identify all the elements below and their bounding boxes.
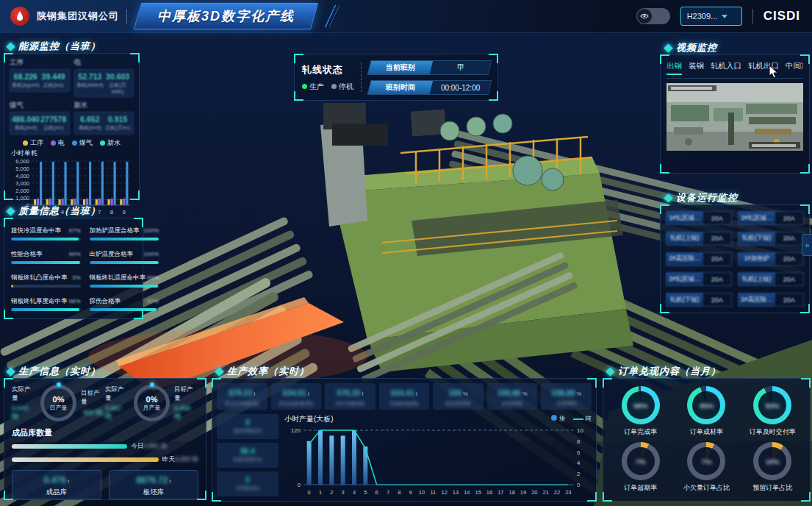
svg-text:8: 8 (398, 489, 400, 496)
efficiency-panel: 579.23t班次计划量(吨) 634.61t班次实际量(吨) 576.20t日… (212, 378, 597, 502)
donut-chart: 98% (622, 386, 660, 424)
production-panel-title: 生产信息（实时） (7, 365, 101, 378)
video-tabs: 出钢 装钢 轧机入口 轧机出口 中间冷 电动辊 (667, 61, 803, 79)
donut-cell: 7%小欠量订单占比 (683, 442, 730, 493)
svg-text:20: 20 (531, 489, 537, 496)
energy-monitor-panel: 工序 68.226单耗(kgce/t) 39.449总耗(tce) 电 52.7… (4, 53, 140, 200)
equipment-row[interactable]: 轧机(上辊)20A (666, 232, 732, 246)
stock-bar (12, 444, 127, 449)
side-metric-card: 0日停机(分) (217, 471, 279, 496)
donut-cell: 95%订单成材率 (687, 386, 725, 438)
energy-chart-title: 小时单耗 (11, 149, 134, 158)
energy-panel-title: 能源监控（当班） (7, 40, 101, 53)
svg-text:3,000: 3,000 (15, 180, 29, 187)
diamond-icon (664, 43, 673, 53)
legend-dot (72, 140, 77, 146)
stock-section-title: 成品库数量 (12, 427, 198, 438)
monthly-output-gauge: 实际产量0.867 吨 0%月产量 目标产量5,800 吨 (105, 385, 198, 421)
company-name: 陕钢集团汉钢公司 (37, 10, 119, 23)
quality-item: 钢板终轧凸度命中率3% (11, 271, 81, 289)
line-selector-dropdown[interactable]: H2309... (680, 7, 742, 26)
donut-cell: 10%预留订单占比 (752, 442, 792, 493)
svg-text:11: 11 (430, 489, 436, 496)
side-metric-card: 86.4轧机负荷(%) (217, 443, 279, 468)
panel-expand-handle[interactable]: » (802, 234, 812, 256)
hourly-chart-title: 小时产量(大板) (284, 414, 334, 424)
equipment-row[interactable]: 2#轧区辅…20A (666, 272, 732, 286)
shift-time-field: 班别时间 00:00-12:00 (367, 80, 492, 95)
orders-panel-title: 订单兑现内容（当月） (607, 365, 721, 378)
equipment-row[interactable]: 1#加热炉20A (738, 252, 804, 266)
line-status-title: 轧线状态 (302, 63, 353, 76)
visibility-toggle[interactable] (636, 8, 670, 24)
svg-text:12: 12 (441, 489, 447, 496)
metric-card: 579.23t班次计划量(吨) (217, 383, 267, 410)
rolling-line-status-panel: 轧线状态 生产 停机 当前班别 甲 班别时间 00:00-12:00 (294, 54, 498, 101)
svg-text:21: 21 (542, 489, 548, 496)
camera-feed[interactable] (667, 83, 803, 151)
svg-text:10: 10 (419, 489, 425, 496)
quality-panel-title: 质量信息（当班） (7, 204, 101, 218)
svg-text:8: 8 (577, 438, 581, 445)
line-legend-icon (573, 418, 583, 420)
progress-bar (90, 261, 159, 264)
equipment-row[interactable]: 2#高压除…20A (666, 252, 732, 266)
svg-text:0: 0 (308, 489, 311, 496)
dashboard-root: 陕钢集团汉钢公司 中厚板3D数字化产线 H2309... CISDI 能源监控（… (0, 0, 812, 506)
equipment-row[interactable]: 轧机(下辊)20A (738, 232, 804, 246)
quality-item: 出炉温度合格率100% (90, 248, 159, 266)
video-tab[interactable]: 出钢 (667, 61, 682, 75)
energy-group: 工序 68.226单耗(kgce/t) 39.449总耗(tce) (10, 58, 70, 97)
metric-card: 106.86%班完成率 (487, 383, 538, 410)
svg-text:18: 18 (509, 489, 514, 496)
diamond-icon (6, 207, 15, 216)
metric-card: 634.61t班次实际量(吨) (271, 383, 322, 410)
svg-text:1,000: 1,000 (15, 195, 29, 202)
svg-text:22: 22 (554, 489, 560, 496)
video-tab[interactable]: 装钢 (689, 61, 704, 75)
donut-cell: 93%订单及时交付率 (750, 386, 796, 438)
energy-group: 电 52.713单耗(kWh/t) 30.603总耗(万kWh) (74, 58, 134, 97)
diamond-icon (664, 193, 673, 203)
video-tab[interactable]: 轧机出口 (748, 61, 779, 75)
decor-slashes (322, 5, 341, 27)
donut-chart: 10% (753, 442, 791, 480)
svg-text:3: 3 (342, 489, 345, 496)
svg-text:10: 10 (577, 427, 583, 434)
gauge-ring: 0%月产量 (134, 385, 170, 421)
equipment-row[interactable]: 2#轧区辅…20A (738, 211, 804, 225)
donut-chart: 7% (687, 442, 725, 480)
svg-text:8: 8 (110, 209, 114, 215)
video-tab[interactable]: 轧机入口 (711, 61, 741, 75)
metric-card: 108.88%月完成率 (541, 383, 592, 410)
progress-bar (11, 261, 80, 264)
current-shift-field: 当前班别 甲 (367, 60, 492, 75)
line-status-legend: 生产 停机 (302, 82, 353, 92)
bar-legend-icon (551, 415, 557, 421)
svg-text:5: 5 (364, 489, 367, 496)
quality-item: 超快冷温度命中率97% (11, 224, 81, 242)
green-dot-icon (302, 84, 307, 89)
equipment-row[interactable]: 轧机(下辊)20A (666, 293, 732, 307)
svg-text:4: 4 (353, 489, 356, 496)
video-tab[interactable]: 中间冷 (786, 61, 803, 75)
hourly-chart-legend: 块 吨 (551, 415, 592, 424)
metric-card: 634.41t日实际量(吨) (379, 383, 430, 410)
svg-text:7: 7 (387, 489, 389, 496)
daily-output-gauge: 实际产量0.045 吨 0%日产量 目标产量900 吨 (12, 385, 105, 421)
svg-text:17: 17 (497, 489, 503, 496)
equipment-row[interactable]: 2#高压除…20A (738, 293, 804, 307)
quality-info-panel: 超快冷温度命中率97% 加热炉温度合格率100% 性能合格率99% 出炉温度合格… (4, 218, 143, 319)
video-panel-title: 视频监控 (665, 41, 717, 54)
svg-text:2: 2 (577, 471, 581, 477)
svg-text:4: 4 (577, 460, 581, 466)
app-title: 中厚板3D数字化产线 (157, 7, 295, 25)
equipment-monitor-panel: 1#轧区辅…20A 2#轧区辅…20A 轧机(上辊)20A 轧机(下辊)20A … (660, 204, 810, 313)
dropdown-value: H2309... (687, 12, 718, 21)
svg-text:23: 23 (565, 489, 571, 496)
equipment-row[interactable]: 轧机(上辊)20A (738, 272, 804, 286)
orders-fulfillment-panel: 98%订单完成率 95%订单成材率 93%订单及时交付率 7%订单超期率 7%小… (603, 378, 811, 502)
progress-bar (90, 308, 157, 311)
legend-dot (23, 140, 28, 146)
equipment-row[interactable]: 1#轧区辅…20A (666, 211, 732, 225)
